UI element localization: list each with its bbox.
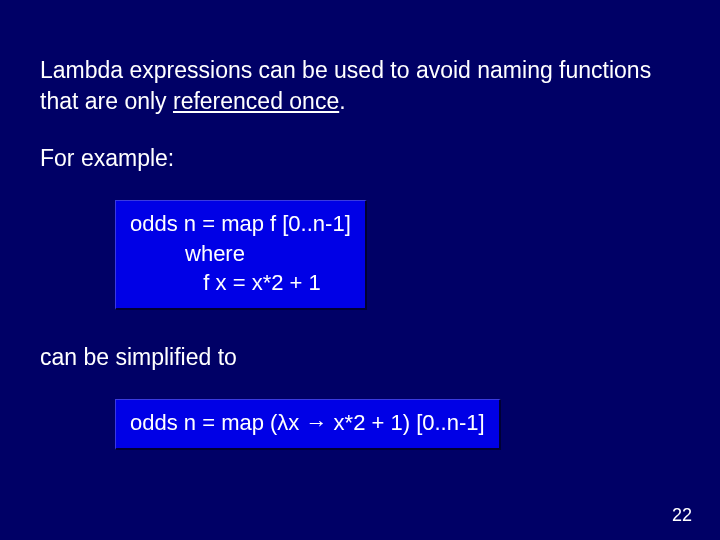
code1-line1: odds n = map f [0..n-1] bbox=[130, 211, 351, 236]
code-box-2-wrap: odds n = map (λx → x*2 + 1) [0..n-1] bbox=[115, 399, 680, 450]
code1-line3: f x = x*2 + 1 bbox=[130, 270, 321, 295]
code1-line2: where bbox=[130, 241, 245, 266]
simplified-label: can be simplified to bbox=[40, 344, 680, 371]
intro-text: Lambda expressions can be used to avoid … bbox=[40, 55, 680, 117]
slide-content: Lambda expressions can be used to avoid … bbox=[0, 0, 720, 450]
code-box-1-wrap: odds n = map f [0..n-1] where f x = x*2 … bbox=[115, 200, 680, 310]
page-number: 22 bbox=[672, 505, 692, 526]
code-box-1: odds n = map f [0..n-1] where f x = x*2 … bbox=[115, 200, 367, 310]
code2-line1: odds n = map (λx → x*2 + 1) [0..n-1] bbox=[130, 410, 485, 435]
for-example-label: For example: bbox=[40, 145, 680, 172]
code-box-2: odds n = map (λx → x*2 + 1) [0..n-1] bbox=[115, 399, 501, 450]
intro-underlined: referenced once bbox=[173, 88, 339, 114]
intro-part2: . bbox=[339, 88, 345, 114]
